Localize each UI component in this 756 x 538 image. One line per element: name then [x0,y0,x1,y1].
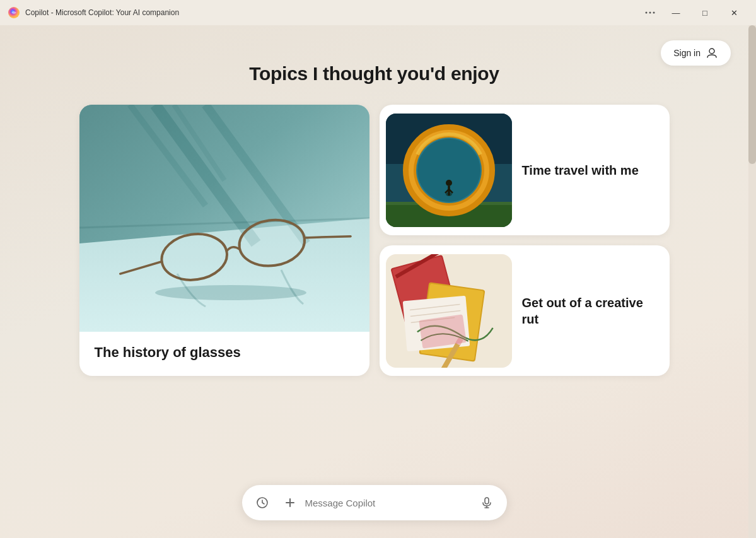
more-options-icon [645,11,655,14]
main-content: Sign in Topics I thought you'd enjoy [0,25,748,538]
minimize-icon: — [672,8,680,18]
history-icon [256,496,269,509]
card-history-glasses[interactable]: The history of glasses [79,105,369,376]
svg-point-29 [446,180,452,186]
maximize-icon: □ [702,8,707,18]
minimize-button[interactable]: — [661,3,690,23]
scrollbar-thumb[interactable] [748,25,756,164]
svg-point-4 [709,49,714,54]
card-creative-rut[interactable]: Get out of a creative rut [380,245,670,376]
svg-point-1 [646,12,648,14]
cards-grid: The history of glasses [79,105,670,376]
card-creative-rut-image [386,254,512,368]
card-time-travel-image [386,114,512,227]
message-input[interactable] [305,498,472,508]
glasses-illustration [79,105,369,332]
card-time-travel-label: Time travel with me [512,162,657,178]
titlebar: Copilot - Microsoft Copilot: Your AI com… [0,0,756,25]
add-icon [284,496,296,509]
maximize-button[interactable]: □ [690,3,719,23]
signin-button[interactable]: Sign in [661,40,731,66]
card-time-travel[interactable]: Time travel with me [380,105,670,235]
app-title: Copilot - Microsoft Copilot: Your AI com… [25,8,639,17]
card-large-label: The history of glasses [79,332,369,376]
close-button[interactable]: ✕ [719,3,748,23]
svg-point-2 [649,12,651,14]
creative-rut-illustration [386,254,512,368]
scrollbar-track [748,25,756,538]
user-icon [706,47,718,59]
message-bar [242,485,507,520]
close-icon: ✕ [731,8,738,18]
menu-button[interactable] [639,3,661,23]
card-creative-rut-label: Get out of a creative rut [512,295,657,327]
app-logo-icon [8,6,20,19]
time-travel-illustration [386,114,512,227]
microphone-icon [480,496,493,509]
svg-point-18 [155,285,306,300]
svg-rect-49 [485,498,489,504]
page-title: Topics I thought you'd enjoy [249,63,499,85]
microphone-button[interactable] [474,490,499,515]
card-large-image [79,105,369,332]
history-button[interactable] [250,490,275,515]
add-button[interactable] [277,490,303,515]
signin-label: Sign in [673,48,701,58]
svg-point-3 [653,12,655,14]
